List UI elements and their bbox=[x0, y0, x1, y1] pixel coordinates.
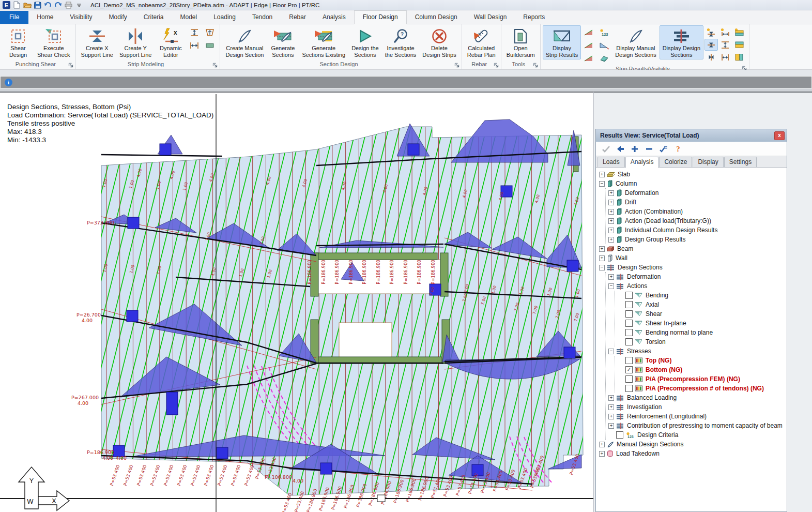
expand-icon[interactable]: + bbox=[608, 228, 614, 233]
redo-icon[interactable] bbox=[54, 1, 63, 9]
ribbon-tab-reports[interactable]: Reports bbox=[515, 11, 553, 24]
expand-icon[interactable]: + bbox=[608, 209, 614, 215]
show-mid-support-icon[interactable] bbox=[704, 39, 718, 51]
expand-icon[interactable]: + bbox=[599, 451, 605, 457]
tree-item-wall[interactable]: +Wall bbox=[599, 253, 787, 263]
tree-item-drift[interactable]: +Drift bbox=[608, 198, 787, 207]
show-y-support-icon[interactable] bbox=[704, 51, 718, 63]
show-band-square-icon[interactable] bbox=[732, 51, 746, 63]
expand-icon[interactable]: + bbox=[608, 423, 614, 429]
add-icon[interactable] bbox=[630, 145, 639, 153]
expand-icon[interactable]: + bbox=[608, 237, 614, 243]
ribbon-tab-rebar[interactable]: Rebar bbox=[281, 11, 314, 24]
tree-item-actions[interactable]: −Actions bbox=[608, 281, 787, 291]
collapse-icon[interactable]: − bbox=[599, 181, 605, 187]
display-design-sections-button[interactable]: Display DesignSections bbox=[660, 25, 703, 59]
result-diagram-2-icon[interactable] bbox=[582, 39, 595, 51]
ribbon-tab-modify[interactable]: Modify bbox=[100, 11, 135, 24]
panel-tab-colorize[interactable]: Colorize bbox=[659, 157, 692, 167]
show-y-width-icon[interactable] bbox=[718, 51, 732, 63]
tree-item-action-combination[interactable]: +Action (Combination) bbox=[608, 207, 787, 216]
tree-item-individual-column-design-results[interactable]: +Individual Column Design Results bbox=[608, 225, 787, 235]
tree-item-stresses[interactable]: −Stresses bbox=[608, 347, 787, 356]
result-diagram-3-icon[interactable] bbox=[582, 52, 595, 64]
expand-icon[interactable]: + bbox=[608, 404, 614, 410]
dialog-launcher-icon[interactable] bbox=[454, 63, 460, 68]
checkbox[interactable] bbox=[625, 301, 633, 308]
checkbox[interactable] bbox=[625, 320, 633, 327]
open-file-icon[interactable] bbox=[23, 1, 32, 9]
expand-icon[interactable]: + bbox=[599, 172, 605, 177]
tree-item-top-ng[interactable]: Top (NG) bbox=[618, 356, 787, 365]
show-height-icon[interactable] bbox=[718, 39, 732, 51]
generate-sections-button[interactable]: GenerateSections bbox=[267, 25, 299, 59]
generate-sections-existing-button[interactable]: GenerateSections Existing bbox=[299, 25, 348, 59]
numeric-display-icon[interactable]: 123 bbox=[597, 26, 611, 38]
strip-diagram-icon[interactable] bbox=[597, 39, 611, 51]
expand-icon[interactable]: + bbox=[608, 200, 614, 205]
dynamic-editor-button[interactable]: xDynamicEditor bbox=[155, 25, 187, 59]
create-x-support-line-button[interactable]: Create XSupport Line bbox=[78, 25, 116, 59]
checkbox[interactable] bbox=[625, 357, 633, 364]
shear-design-button[interactable]: ShearDesign bbox=[2, 25, 34, 59]
ribbon-tab-tendon[interactable]: Tendon bbox=[244, 11, 281, 24]
new-document-icon[interactable] bbox=[12, 1, 21, 9]
result-diagram-1-icon[interactable] bbox=[582, 26, 595, 38]
expand-icon[interactable]: + bbox=[608, 274, 614, 280]
display-manual-design-sections-button[interactable]: Display ManualDesign Sections bbox=[612, 25, 660, 59]
show-band-mid-icon[interactable] bbox=[732, 39, 746, 51]
expand-icon[interactable]: + bbox=[608, 218, 614, 224]
tree-item-action-dead-load-tributary-g[interactable]: +Action (Dead load(Tributary:G)) bbox=[608, 216, 787, 225]
adapt-logo-icon[interactable]: E bbox=[2, 1, 11, 9]
dialog-launcher-icon[interactable] bbox=[212, 63, 218, 68]
apply-check-icon[interactable] bbox=[659, 145, 668, 153]
dialog-launcher-icon[interactable] bbox=[533, 63, 539, 68]
ribbon-tab-floor-design[interactable]: Floor Design bbox=[354, 10, 407, 24]
tree-item-balanced-loading[interactable]: +Balanced Loading bbox=[608, 393, 787, 402]
panel-tab-settings[interactable]: Settings bbox=[724, 157, 757, 167]
expand-icon[interactable]: + bbox=[608, 190, 614, 196]
tree-item-shear[interactable]: Shear bbox=[618, 309, 787, 319]
ribbon-tab-visibility[interactable]: Visibility bbox=[62, 11, 100, 24]
checkbox[interactable] bbox=[625, 385, 633, 392]
tree-item-torsion[interactable]: Torsion bbox=[618, 337, 787, 347]
execute-shear-check-button[interactable]: ExecuteShear Check bbox=[34, 25, 73, 59]
checkbox[interactable] bbox=[616, 431, 623, 439]
open-buildersum-button[interactable]: OpenBuildersum bbox=[503, 25, 538, 59]
tree-item-manual-design-sections[interactable]: +Manual Design Sections bbox=[599, 440, 787, 449]
tree-item-bending-normal-to-plane[interactable]: Bending normal to plane bbox=[618, 328, 787, 337]
expand-icon[interactable]: + bbox=[599, 246, 605, 252]
expand-icon[interactable]: + bbox=[599, 255, 605, 261]
tree-item-p-a-precompression-of-tendons-ng[interactable]: P/A (Precompression # of tendons) (NG) bbox=[618, 384, 787, 393]
calculated-rebar-plan-button[interactable]: CalculatedRebar Plan bbox=[464, 25, 499, 59]
investigate-the-sections-button[interactable]: ?Investigatethe Sections bbox=[382, 25, 420, 59]
panel-tab-display[interactable]: Display bbox=[693, 157, 723, 167]
tree-item-axial[interactable]: Axial bbox=[618, 300, 787, 309]
checkbox[interactable] bbox=[625, 338, 633, 345]
show-x-support-icon[interactable] bbox=[704, 26, 718, 38]
tree-item-investigation[interactable]: +Investigation bbox=[608, 402, 787, 412]
display-strip-results-button[interactable]: DisplayStrip Results bbox=[543, 25, 581, 59]
edit-width-icon[interactable] bbox=[188, 39, 201, 51]
tree-item-load-takedown[interactable]: +Load Takedown bbox=[599, 449, 787, 458]
tree-item-deformation[interactable]: +Deformation bbox=[608, 188, 787, 198]
show-x-width-icon[interactable] bbox=[718, 26, 732, 38]
help-icon[interactable]: ? bbox=[673, 145, 683, 153]
ribbon-tab-analysis[interactable]: Analysis bbox=[314, 11, 354, 24]
tree-item-design-sections[interactable]: −Design Sections bbox=[599, 263, 787, 272]
expand-icon[interactable]: + bbox=[599, 442, 605, 447]
dialog-launcher-icon[interactable] bbox=[68, 63, 74, 68]
tree-item-shear-in-plane[interactable]: Shear In-plane bbox=[618, 319, 787, 328]
tree-item-bending[interactable]: Bending bbox=[618, 291, 787, 300]
delete-design-strips-button[interactable]: DeleteDesign Strips bbox=[419, 25, 459, 59]
expand-icon[interactable]: + bbox=[608, 414, 614, 419]
ribbon-tab-home[interactable]: Home bbox=[28, 11, 62, 24]
create-y-support-line-button[interactable]: Create YSupport Line bbox=[116, 25, 155, 59]
ribbon-tab-file[interactable]: File bbox=[0, 11, 28, 24]
panel-tab-loads[interactable]: Loads bbox=[597, 157, 625, 167]
ribbon-tab-model[interactable]: Model bbox=[172, 11, 206, 24]
results-panel-titlebar[interactable]: Results View: Service(Total Load) x bbox=[596, 129, 787, 142]
view-3d-icon[interactable] bbox=[597, 52, 611, 64]
drop-cap-icon[interactable] bbox=[203, 26, 217, 38]
tree-item-slab[interactable]: +Slab bbox=[599, 170, 787, 179]
